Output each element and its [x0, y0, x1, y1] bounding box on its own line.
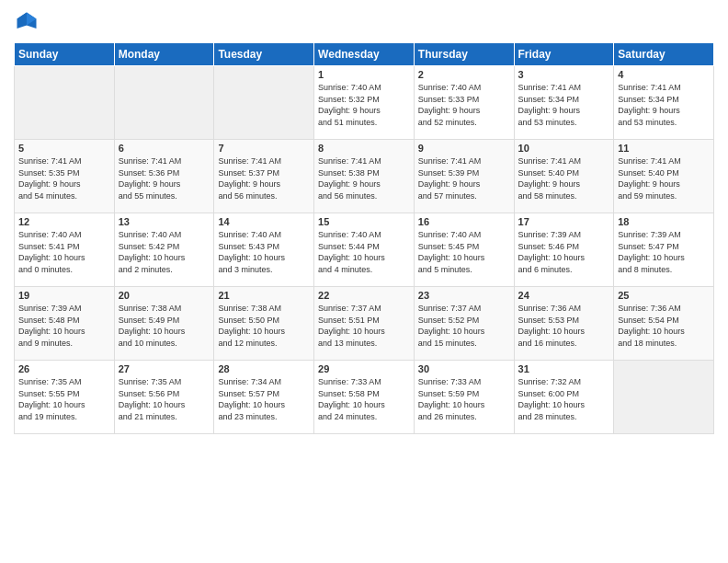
day-info: Sunrise: 7:33 AM Sunset: 5:59 PM Dayligh… [418, 376, 510, 422]
day-number: 8 [318, 143, 410, 154]
day-cell: 16Sunrise: 7:40 AM Sunset: 5:45 PM Dayli… [414, 213, 514, 287]
day-info: Sunrise: 7:40 AM Sunset: 5:41 PM Dayligh… [18, 229, 110, 275]
day-info: Sunrise: 7:35 AM Sunset: 5:56 PM Dayligh… [119, 376, 210, 422]
day-cell: 2Sunrise: 7:40 AM Sunset: 5:33 PM Daylig… [414, 66, 514, 140]
day-info: Sunrise: 7:41 AM Sunset: 5:36 PM Dayligh… [119, 155, 210, 201]
calendar-table: SundayMondayTuesdayWednesdayThursdayFrid… [14, 42, 714, 434]
day-number: 30 [418, 363, 510, 374]
day-cell: 13Sunrise: 7:40 AM Sunset: 5:42 PM Dayli… [114, 213, 214, 287]
day-cell [15, 66, 115, 140]
day-cell: 18Sunrise: 7:39 AM Sunset: 5:47 PM Dayli… [614, 213, 714, 287]
day-cell: 29Sunrise: 7:33 AM Sunset: 5:58 PM Dayli… [314, 361, 415, 434]
day-number: 1 [318, 69, 410, 80]
day-number: 2 [418, 69, 510, 80]
day-number: 23 [418, 290, 510, 301]
day-number: 16 [418, 216, 510, 227]
day-number: 31 [518, 363, 610, 374]
day-cell: 20Sunrise: 7:38 AM Sunset: 5:49 PM Dayli… [114, 287, 214, 361]
week-row-1: 1Sunrise: 7:40 AM Sunset: 5:32 PM Daylig… [15, 66, 714, 140]
day-cell: 9Sunrise: 7:41 AM Sunset: 5:39 PM Daylig… [414, 140, 514, 213]
day-header-thursday: Thursday [414, 43, 514, 66]
day-cell: 12Sunrise: 7:40 AM Sunset: 5:41 PM Dayli… [15, 213, 115, 287]
day-cell: 31Sunrise: 7:32 AM Sunset: 6:00 PM Dayli… [514, 361, 614, 434]
calendar-container: SundayMondayTuesdayWednesdayThursdayFrid… [0, 0, 728, 443]
day-number: 21 [218, 290, 310, 301]
day-cell: 17Sunrise: 7:39 AM Sunset: 5:46 PM Dayli… [514, 213, 614, 287]
day-number: 27 [119, 363, 210, 374]
logo [14, 9, 43, 35]
day-info: Sunrise: 7:40 AM Sunset: 5:43 PM Dayligh… [218, 229, 310, 275]
day-info: Sunrise: 7:36 AM Sunset: 5:53 PM Dayligh… [518, 303, 610, 349]
day-cell: 25Sunrise: 7:36 AM Sunset: 5:54 PM Dayli… [614, 287, 714, 361]
day-cell: 19Sunrise: 7:39 AM Sunset: 5:48 PM Dayli… [15, 287, 115, 361]
day-number: 28 [218, 363, 310, 374]
day-header-saturday: Saturday [614, 43, 714, 66]
day-info: Sunrise: 7:39 AM Sunset: 5:48 PM Dayligh… [18, 303, 110, 349]
day-cell: 26Sunrise: 7:35 AM Sunset: 5:55 PM Dayli… [15, 361, 115, 434]
day-info: Sunrise: 7:35 AM Sunset: 5:55 PM Dayligh… [18, 376, 110, 422]
day-number: 25 [618, 290, 710, 301]
week-row-5: 26Sunrise: 7:35 AM Sunset: 5:55 PM Dayli… [15, 361, 714, 434]
day-number: 26 [18, 363, 110, 374]
day-number: 10 [518, 143, 610, 154]
day-info: Sunrise: 7:36 AM Sunset: 5:54 PM Dayligh… [618, 303, 710, 349]
day-number: 13 [119, 216, 210, 227]
day-number: 14 [218, 216, 310, 227]
day-cell: 23Sunrise: 7:37 AM Sunset: 5:52 PM Dayli… [414, 287, 514, 361]
day-info: Sunrise: 7:37 AM Sunset: 5:52 PM Dayligh… [418, 303, 510, 349]
day-info: Sunrise: 7:38 AM Sunset: 5:50 PM Dayligh… [218, 303, 310, 349]
day-info: Sunrise: 7:41 AM Sunset: 5:34 PM Dayligh… [518, 82, 610, 128]
day-number: 22 [318, 290, 410, 301]
day-number: 20 [119, 290, 210, 301]
day-header-sunday: Sunday [15, 43, 115, 66]
day-cell: 28Sunrise: 7:34 AM Sunset: 5:57 PM Dayli… [214, 361, 314, 434]
day-info: Sunrise: 7:41 AM Sunset: 5:34 PM Dayligh… [618, 82, 710, 128]
week-row-3: 12Sunrise: 7:40 AM Sunset: 5:41 PM Dayli… [15, 213, 714, 287]
day-number: 5 [18, 143, 110, 154]
day-number: 18 [618, 216, 710, 227]
day-cell [614, 361, 714, 434]
day-cell: 24Sunrise: 7:36 AM Sunset: 5:53 PM Dayli… [514, 287, 614, 361]
day-cell: 14Sunrise: 7:40 AM Sunset: 5:43 PM Dayli… [214, 213, 314, 287]
day-header-friday: Friday [514, 43, 614, 66]
day-number: 3 [518, 69, 610, 80]
day-cell: 8Sunrise: 7:41 AM Sunset: 5:38 PM Daylig… [314, 140, 415, 213]
day-cell: 4Sunrise: 7:41 AM Sunset: 5:34 PM Daylig… [614, 66, 714, 140]
day-cell: 3Sunrise: 7:41 AM Sunset: 5:34 PM Daylig… [514, 66, 614, 140]
day-cell: 22Sunrise: 7:37 AM Sunset: 5:51 PM Dayli… [314, 287, 415, 361]
day-cell: 21Sunrise: 7:38 AM Sunset: 5:50 PM Dayli… [214, 287, 314, 361]
day-info: Sunrise: 7:34 AM Sunset: 5:57 PM Dayligh… [218, 376, 310, 422]
week-row-2: 5Sunrise: 7:41 AM Sunset: 5:35 PM Daylig… [15, 140, 714, 213]
day-info: Sunrise: 7:37 AM Sunset: 5:51 PM Dayligh… [318, 303, 410, 349]
day-header-monday: Monday [114, 43, 214, 66]
calendar-header [14, 9, 714, 35]
day-info: Sunrise: 7:41 AM Sunset: 5:37 PM Dayligh… [218, 155, 310, 201]
day-number: 15 [318, 216, 410, 227]
day-info: Sunrise: 7:32 AM Sunset: 6:00 PM Dayligh… [518, 376, 610, 422]
day-info: Sunrise: 7:40 AM Sunset: 5:32 PM Dayligh… [318, 82, 410, 128]
day-cell [114, 66, 214, 140]
day-number: 4 [618, 69, 710, 80]
day-cell: 30Sunrise: 7:33 AM Sunset: 5:59 PM Dayli… [414, 361, 514, 434]
day-number: 12 [18, 216, 110, 227]
day-cell: 7Sunrise: 7:41 AM Sunset: 5:37 PM Daylig… [214, 140, 314, 213]
day-cell: 10Sunrise: 7:41 AM Sunset: 5:40 PM Dayli… [514, 140, 614, 213]
day-number: 17 [518, 216, 610, 227]
calendar-header-row: SundayMondayTuesdayWednesdayThursdayFrid… [15, 43, 714, 66]
week-row-4: 19Sunrise: 7:39 AM Sunset: 5:48 PM Dayli… [15, 287, 714, 361]
day-number: 7 [218, 143, 310, 154]
day-info: Sunrise: 7:39 AM Sunset: 5:47 PM Dayligh… [618, 229, 710, 275]
day-cell: 27Sunrise: 7:35 AM Sunset: 5:56 PM Dayli… [114, 361, 214, 434]
day-cell: 11Sunrise: 7:41 AM Sunset: 5:40 PM Dayli… [614, 140, 714, 213]
day-cell: 5Sunrise: 7:41 AM Sunset: 5:35 PM Daylig… [15, 140, 115, 213]
day-number: 6 [119, 143, 210, 154]
day-number: 11 [618, 143, 710, 154]
day-header-tuesday: Tuesday [214, 43, 314, 66]
logo-icon [14, 9, 40, 35]
day-info: Sunrise: 7:41 AM Sunset: 5:38 PM Dayligh… [318, 155, 410, 201]
day-info: Sunrise: 7:40 AM Sunset: 5:45 PM Dayligh… [418, 229, 510, 275]
day-cell [214, 66, 314, 140]
day-info: Sunrise: 7:40 AM Sunset: 5:42 PM Dayligh… [119, 229, 210, 275]
day-info: Sunrise: 7:41 AM Sunset: 5:35 PM Dayligh… [18, 155, 110, 201]
day-cell: 1Sunrise: 7:40 AM Sunset: 5:32 PM Daylig… [314, 66, 415, 140]
